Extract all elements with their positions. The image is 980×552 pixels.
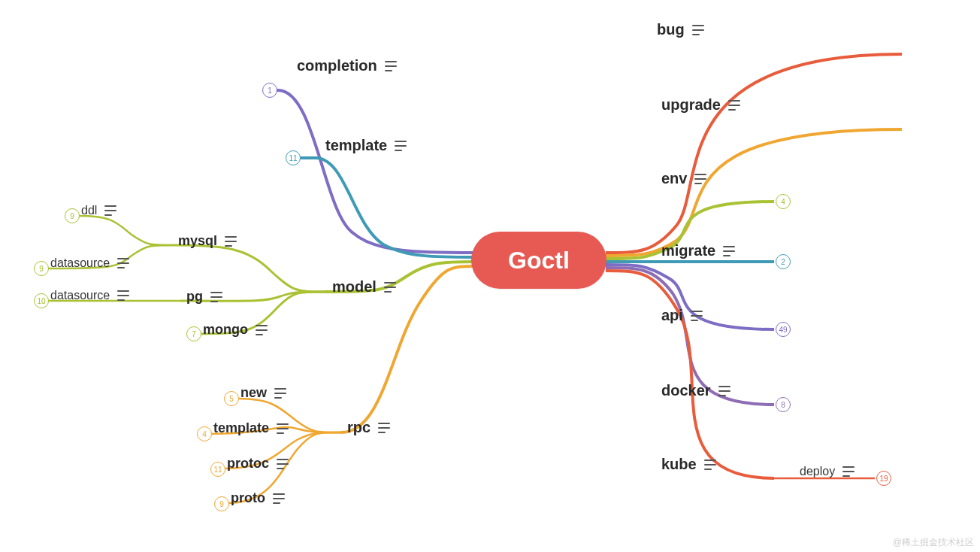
- badge-completion: 1: [262, 83, 277, 98]
- badge-deploy: 19: [876, 471, 891, 486]
- node-rpc-proto-label: proto: [231, 490, 265, 506]
- notes-icon: [395, 141, 407, 151]
- node-migrate-label: migrate: [661, 242, 715, 259]
- node-mongo[interactable]: mongo: [203, 322, 268, 338]
- node-kube-label: kube: [661, 456, 697, 473]
- notes-icon: [704, 459, 716, 470]
- node-rpc-protoc-label: protoc: [227, 456, 269, 472]
- edge-completion: [269, 90, 473, 253]
- notes-icon: [694, 174, 706, 184]
- node-template-l[interactable]: template: [325, 137, 407, 154]
- node-mysql-datasource[interactable]: datasource: [50, 256, 129, 270]
- center-node-goctl[interactable]: Goctl: [471, 232, 606, 289]
- notes-icon: [256, 325, 268, 335]
- badge-mongo: 7: [186, 326, 201, 341]
- node-rpc-proto[interactable]: proto: [231, 490, 285, 506]
- node-migrate[interactable]: migrate: [661, 242, 735, 259]
- badge-rpc-proto: 9: [214, 496, 229, 511]
- node-upgrade[interactable]: upgrade: [661, 96, 740, 114]
- badge-api: 49: [776, 322, 791, 337]
- notes-icon: [274, 388, 286, 399]
- node-completion-label: completion: [297, 57, 377, 74]
- badge-rpc-template: 4: [197, 426, 212, 441]
- node-mysql[interactable]: mysql: [178, 233, 237, 249]
- node-kube[interactable]: kube: [661, 456, 716, 473]
- notes-icon: [385, 61, 397, 71]
- node-env-label: env: [661, 170, 687, 187]
- badge-mysql-datasource: 9: [34, 261, 49, 276]
- node-ddl-label: ddl: [81, 204, 97, 217]
- node-pg-datasource-label: datasource: [50, 289, 110, 302]
- notes-icon: [692, 25, 704, 35]
- badge-template-l: 11: [286, 150, 301, 165]
- notes-icon: [691, 311, 703, 321]
- notes-icon: [273, 493, 285, 504]
- badge-migrate: 2: [776, 254, 791, 269]
- notes-icon: [723, 246, 735, 256]
- node-deploy-label: deploy: [800, 465, 835, 478]
- node-model[interactable]: model: [332, 278, 396, 296]
- badge-env: 4: [776, 194, 791, 209]
- edge-bug: [606, 54, 902, 253]
- notes-icon: [277, 423, 289, 434]
- node-rpc-template[interactable]: template: [213, 420, 289, 436]
- node-rpc-new[interactable]: new: [240, 385, 286, 401]
- node-pg[interactable]: pg: [186, 289, 222, 305]
- node-docker[interactable]: docker: [661, 382, 730, 399]
- badge-pg-datasource: 10: [34, 293, 49, 308]
- notes-icon: [718, 386, 730, 396]
- notes-icon: [384, 282, 396, 293]
- node-pg-label: pg: [186, 289, 203, 305]
- node-env[interactable]: env: [661, 170, 706, 187]
- edge-template-l: [293, 158, 475, 257]
- edge-mysql-ddl: [78, 216, 173, 245]
- node-model-label: model: [332, 278, 377, 296]
- node-mysql-label: mysql: [178, 233, 217, 249]
- notes-icon: [277, 459, 289, 469]
- edge-kube: [606, 271, 774, 478]
- node-bug[interactable]: bug: [657, 21, 704, 38]
- notes-icon: [117, 258, 129, 268]
- notes-icon: [728, 100, 740, 111]
- notes-icon: [842, 466, 854, 477]
- badge-ddl: 9: [65, 208, 80, 223]
- node-completion[interactable]: completion: [297, 57, 397, 74]
- node-rpc-template-label: template: [213, 420, 269, 436]
- edge-upgrade: [606, 129, 902, 256]
- notes-icon: [378, 423, 390, 433]
- node-rpc-label: rpc: [347, 419, 371, 436]
- notes-icon: [104, 205, 116, 216]
- node-rpc[interactable]: rpc: [347, 419, 390, 436]
- node-mongo-label: mongo: [203, 322, 248, 338]
- watermark-text: @稀土掘金技术社区: [893, 536, 974, 549]
- notes-icon: [210, 292, 222, 302]
- badge-rpc-protoc: 11: [210, 462, 225, 477]
- node-pg-datasource[interactable]: datasource: [50, 289, 129, 302]
- node-bug-label: bug: [657, 21, 685, 38]
- edge-model-mysql: [173, 245, 325, 292]
- center-label: Goctl: [508, 247, 570, 274]
- node-api[interactable]: api: [661, 307, 703, 324]
- node-rpc-protoc[interactable]: protoc: [227, 456, 289, 472]
- badge-rpc-new: 5: [224, 391, 239, 406]
- node-ddl[interactable]: ddl: [81, 204, 116, 217]
- node-template-l-label: template: [325, 137, 387, 154]
- node-deploy[interactable]: deploy: [800, 465, 854, 478]
- node-mysql-datasource-label: datasource: [50, 256, 110, 270]
- notes-icon: [225, 236, 237, 247]
- node-api-label: api: [661, 307, 683, 324]
- badge-docker: 8: [776, 397, 791, 412]
- node-docker-label: docker: [661, 382, 711, 399]
- notes-icon: [117, 290, 129, 301]
- node-upgrade-label: upgrade: [661, 96, 721, 114]
- node-rpc-new-label: new: [240, 385, 267, 401]
